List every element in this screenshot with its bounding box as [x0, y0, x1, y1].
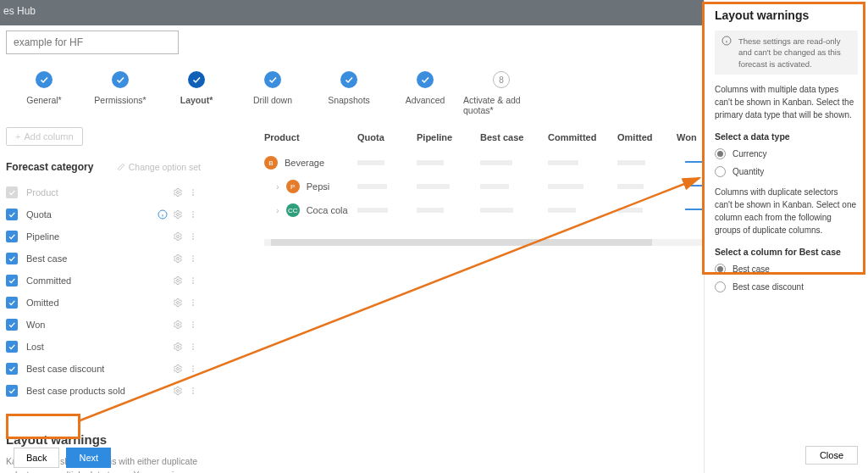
gear-icon[interactable]	[170, 386, 185, 396]
checkbox[interactable]	[6, 209, 18, 220]
category-list: ProductQuotaPipelineBest caseCommittedOm…	[6, 181, 201, 402]
radio-icon	[715, 281, 726, 292]
svg-point-35	[192, 346, 194, 348]
gear-icon[interactable]	[170, 209, 185, 220]
svg-point-41	[177, 390, 180, 392]
more-icon[interactable]	[185, 187, 201, 198]
svg-point-23	[192, 280, 194, 281]
checkbox[interactable]	[6, 186, 18, 198]
category-row: Product	[6, 181, 201, 203]
more-icon[interactable]	[185, 275, 201, 286]
svg-point-24	[192, 282, 194, 284]
svg-point-28	[192, 304, 194, 306]
add-column-button[interactable]: +Add column	[6, 127, 83, 146]
svg-point-12	[192, 216, 194, 218]
step-drill-down[interactable]: Drill down	[235, 71, 311, 105]
svg-point-27	[192, 302, 194, 303]
avatar-badge: B	[264, 156, 278, 170]
readonly-text: These settings are read-only and can't b…	[738, 36, 851, 70]
category-label: Pipeline	[26, 231, 170, 242]
svg-point-25	[177, 302, 180, 304]
step-permissions-[interactable]: Permissions*	[82, 71, 158, 105]
category-row: Best case discount	[6, 358, 201, 380]
svg-point-19	[192, 258, 194, 259]
forecast-title-input[interactable]	[6, 31, 179, 54]
row-name: Beverage	[285, 158, 324, 168]
gear-icon[interactable]	[170, 231, 185, 242]
gear-icon[interactable]	[170, 364, 185, 374]
info-icon[interactable]	[155, 209, 170, 220]
more-icon[interactable]	[185, 298, 201, 308]
preview-rows: BBeverage75›PPepsi75›CCCoca cola75	[264, 151, 721, 222]
svg-point-4	[192, 192, 194, 193]
svg-point-39	[192, 368, 194, 370]
panel-title: Layout warnings	[715, 8, 858, 22]
data-type-option[interactable]: Currency	[715, 148, 858, 159]
category-label: Best case	[26, 253, 170, 264]
gear-icon[interactable]	[170, 275, 185, 286]
svg-point-13	[177, 236, 180, 238]
svg-point-31	[192, 324, 194, 326]
step-layout-[interactable]: Layout*	[158, 71, 235, 105]
category-label: Best case products sold	[26, 386, 170, 396]
category-label: Best case discount	[26, 364, 170, 374]
column-header: Committed	[548, 132, 617, 142]
gear-icon[interactable]	[170, 253, 185, 264]
svg-point-18	[192, 255, 194, 257]
svg-point-37	[177, 368, 180, 370]
more-icon[interactable]	[185, 253, 201, 264]
more-icon[interactable]	[185, 320, 201, 330]
checkbox[interactable]	[6, 385, 18, 397]
checkbox[interactable]	[6, 297, 18, 309]
best-case-option[interactable]: Best case discount	[715, 281, 858, 292]
svg-point-29	[177, 324, 180, 326]
info-icon	[721, 36, 732, 70]
svg-point-22	[192, 277, 194, 279]
category-row: Lost	[6, 336, 201, 358]
checkbox[interactable]	[6, 363, 18, 375]
close-button[interactable]: Close	[805, 446, 858, 465]
svg-point-33	[177, 346, 180, 348]
checkbox[interactable]	[6, 253, 18, 264]
step-general-[interactable]: General*	[6, 71, 82, 105]
step-advanced[interactable]: Advanced	[387, 71, 463, 105]
gear-icon[interactable]	[170, 298, 185, 308]
svg-point-2	[177, 192, 180, 194]
column-header: Best case	[480, 132, 548, 142]
gear-icon[interactable]	[170, 187, 185, 198]
checkbox[interactable]	[6, 319, 18, 331]
more-icon[interactable]	[185, 231, 201, 242]
category-row: Best case products sold	[6, 380, 201, 402]
gear-icon[interactable]	[170, 342, 185, 352]
checkbox[interactable]	[6, 231, 18, 242]
checkbox[interactable]	[6, 275, 18, 287]
data-type-option[interactable]: Quantity	[715, 166, 858, 177]
more-icon[interactable]	[185, 364, 201, 374]
preview-header: ProductQuotaPipelineBest caseCommittedOm…	[264, 127, 721, 151]
category-row: Best case	[6, 248, 201, 270]
category-row: Pipeline	[6, 225, 201, 248]
category-row: Omitted	[6, 292, 201, 314]
table-row: ›CCCoca cola75	[264, 198, 721, 222]
select-best-case-heading: Select a column for Best case	[715, 247, 858, 257]
svg-point-15	[192, 236, 194, 237]
chevron-right-icon[interactable]: ›	[264, 205, 279, 215]
change-option-set-link[interactable]: Change option set	[117, 162, 201, 172]
svg-point-44	[192, 392, 194, 394]
more-icon[interactable]	[185, 386, 201, 396]
next-button[interactable]: Next	[66, 448, 111, 468]
step-snapshots[interactable]: Snapshots	[311, 71, 387, 105]
svg-point-36	[192, 348, 194, 350]
best-case-option[interactable]: Best case	[715, 264, 858, 275]
category-label: Lost	[26, 342, 170, 352]
horizontal-scrollbar[interactable]	[264, 239, 721, 246]
table-row: BBeverage75	[264, 151, 721, 175]
gear-icon[interactable]	[170, 320, 185, 330]
more-icon[interactable]	[185, 209, 201, 220]
step-activate-add-quotas-[interactable]: 8Activate & add quotas*	[463, 71, 539, 115]
chevron-right-icon[interactable]: ›	[264, 181, 279, 192]
checkbox[interactable]	[6, 341, 18, 353]
more-icon[interactable]	[185, 342, 201, 352]
svg-point-5	[192, 194, 194, 196]
back-button[interactable]: Back	[14, 448, 59, 468]
